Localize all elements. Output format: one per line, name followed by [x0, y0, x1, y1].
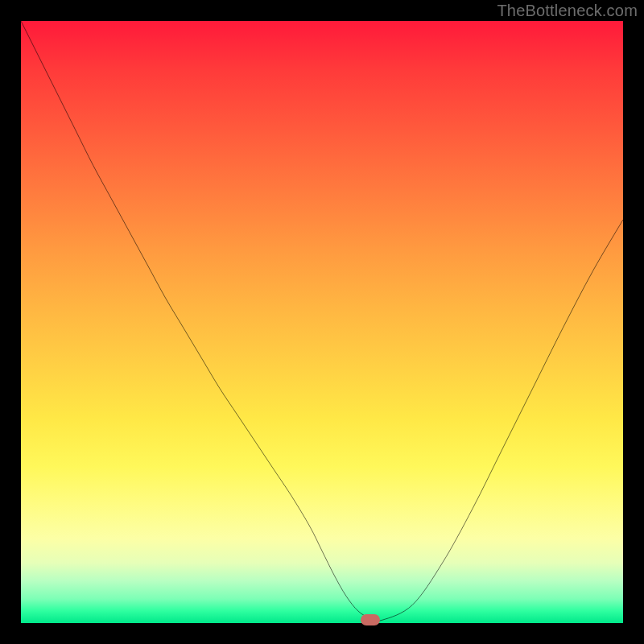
watermark-text: TheBottleneck.com [497, 2, 638, 20]
optimal-point-marker [361, 614, 380, 625]
chart-frame: TheBottleneck.com [0, 0, 644, 644]
bottleneck-curve [21, 21, 623, 623]
